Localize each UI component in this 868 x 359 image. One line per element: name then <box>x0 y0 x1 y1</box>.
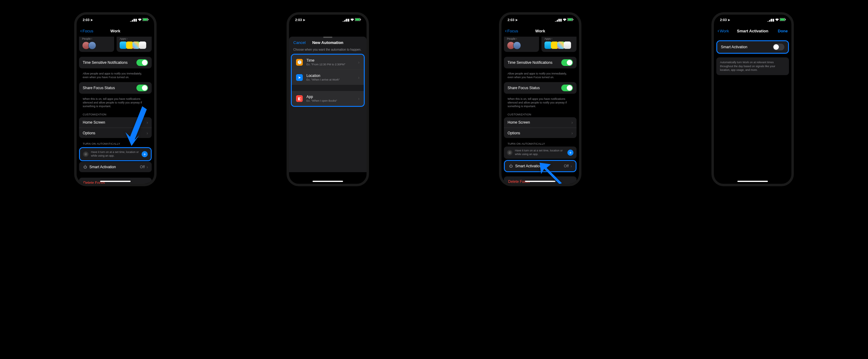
back-label: Focus <box>507 29 518 33</box>
location-icon: ➤ <box>296 74 303 81</box>
battery-icon <box>143 18 149 22</box>
toggle-off[interactable] <box>773 44 784 50</box>
done-button[interactable]: Done <box>778 29 788 33</box>
people-card[interactable]: People › <box>79 37 114 52</box>
tutorial-arrow <box>124 103 148 147</box>
phone-1-work-focus: 2:03 ➤ ▮▮▮▮ ‹ Focus Work People › <box>74 12 157 186</box>
status-time: 2:03 <box>720 18 727 22</box>
chevron-right-icon: › <box>570 163 572 169</box>
notch <box>522 14 559 21</box>
status-time: 2:03 <box>83 18 89 22</box>
toggle-on[interactable] <box>561 85 573 91</box>
nav-bar: ‹ Work Smart Activation Done <box>714 25 792 37</box>
power-icon: ⏻ <box>83 164 88 170</box>
trigger-app[interactable]: ◧ App Ex. "When I open Books" › <box>292 91 364 106</box>
time-sensitive-cell[interactable]: Time Sensitive Notifications <box>504 57 577 68</box>
notch <box>97 14 134 21</box>
chevron-right-icon: › <box>516 37 517 40</box>
smart-activation-description: Automatically turn Work on at relevant t… <box>716 57 789 75</box>
trigger-time[interactable]: 🕐 Time Ex. "From 12:30 PM to 2:30PM" › <box>292 55 364 69</box>
chevron-left-icon: ‹ <box>717 28 719 34</box>
back-button[interactable]: ‹ Work <box>717 28 729 34</box>
svg-rect-7 <box>568 19 572 21</box>
svg-rect-1 <box>143 19 147 21</box>
chevron-right-icon: › <box>552 37 552 40</box>
back-button[interactable]: ‹ Focus <box>505 28 518 34</box>
tutorial-arrow <box>538 161 565 186</box>
toggle-on[interactable] <box>136 85 148 91</box>
cell-label: Options <box>507 131 571 135</box>
cell-label: Smart Activation <box>89 165 140 169</box>
cell-label: Share Focus Status <box>507 86 561 90</box>
sheet-subtitle: Choose when you want the automation to h… <box>289 48 367 54</box>
options-cell[interactable]: Options › <box>504 128 577 138</box>
smart-activation-cell[interactable]: ⏻ Smart Activation Off › <box>79 162 152 172</box>
auto-text: Have it turn on at a set time, location … <box>515 149 565 156</box>
phone-2-new-automation: 2:03 ➤ ▮▮▮▮ Cancel New Automation Choose… <box>287 12 369 186</box>
automation-sheet: Cancel New Automation Choose when you wa… <box>289 37 367 172</box>
toggle-on[interactable] <box>136 59 148 66</box>
battery-icon <box>567 18 574 22</box>
highlight-box: ⦿ Have it turn on at a set time, locatio… <box>79 147 152 161</box>
app-icon: ◧ <box>296 95 303 102</box>
notch <box>309 14 346 21</box>
phone-4-smart-activation: 2:03 ➤ ▮▮▮▮ ‹ Work Smart Activation Done… <box>711 12 794 186</box>
plus-button[interactable]: + <box>567 150 574 156</box>
chevron-left-icon: ‹ <box>80 28 82 34</box>
battery-icon <box>355 18 361 22</box>
apps-card[interactable]: Apps › <box>117 37 152 52</box>
trigger-sub: Ex. "From 12:30 PM to 2:30PM" <box>306 63 354 66</box>
trigger-title: App <box>306 95 354 99</box>
notch <box>734 14 771 21</box>
highlight-box: Smart Activation <box>716 40 789 54</box>
plus-button[interactable]: + <box>142 151 148 157</box>
back-label: Focus <box>83 29 93 33</box>
section-footer: When this is on, tell apps you have noti… <box>504 96 577 111</box>
toggle-on[interactable] <box>561 59 573 66</box>
clock-icon: ⦿ <box>83 151 89 157</box>
apps-card[interactable]: Apps › <box>541 37 577 52</box>
chevron-right-icon: › <box>358 96 360 101</box>
cell-label: Smart Activation <box>721 45 773 49</box>
location-arrow-icon: ➤ <box>90 18 93 22</box>
clock-icon: 🕐 <box>296 59 303 66</box>
add-automation-cell[interactable]: ⦿ Have it turn on at a set time, locatio… <box>504 147 577 158</box>
sheet-handle[interactable] <box>323 37 332 38</box>
svg-rect-2 <box>148 19 149 20</box>
back-button[interactable]: ‹ Focus <box>80 28 93 34</box>
home-indicator[interactable] <box>100 181 131 182</box>
trigger-title: Time <box>306 58 354 63</box>
wifi-icon <box>563 18 566 22</box>
chevron-right-icon: › <box>571 131 573 136</box>
time-sensitive-cell[interactable]: Time Sensitive Notifications <box>79 57 152 68</box>
apps-label: Apps <box>120 37 126 40</box>
wifi-icon <box>138 18 142 22</box>
cell-value: Off <box>140 165 145 169</box>
add-automation-cell[interactable]: ⦿ Have it turn on at a set time, locatio… <box>80 148 151 160</box>
smart-activation-toggle-cell[interactable]: Smart Activation <box>717 41 788 53</box>
app-icon <box>139 41 146 49</box>
trigger-location[interactable]: ➤ Location Ex. "When I arrive at Work" › <box>292 69 364 85</box>
share-focus-cell[interactable]: Share Focus Status <box>504 82 577 94</box>
status-time: 2:03 <box>295 18 302 22</box>
chevron-right-icon: › <box>127 37 128 40</box>
chevron-right-icon: › <box>358 60 360 65</box>
section-header: TURN ON AUTOMATICALLY <box>504 141 577 147</box>
location-arrow-icon: ➤ <box>303 18 305 22</box>
chevron-right-icon: › <box>147 164 148 170</box>
people-card[interactable]: People › <box>504 37 539 52</box>
nav-bar: ‹ Focus Work <box>76 25 154 37</box>
section-header: CUSTOMIZATION <box>504 111 577 117</box>
nav-bar: ‹ Focus Work <box>501 25 579 37</box>
app-icon <box>564 41 571 49</box>
share-focus-cell[interactable]: Share Focus Status <box>79 82 152 94</box>
auto-text: Have it turn on at a set time, location … <box>91 150 139 157</box>
home-indicator[interactable] <box>313 181 343 182</box>
cell-label: Time Sensitive Notifications <box>83 60 136 65</box>
svg-rect-8 <box>573 19 574 20</box>
svg-rect-5 <box>361 19 361 20</box>
home-indicator[interactable] <box>737 181 768 182</box>
svg-rect-11 <box>785 19 786 20</box>
home-screen-cell[interactable]: Home Screen › <box>504 117 577 128</box>
cancel-button[interactable]: Cancel <box>293 40 306 45</box>
